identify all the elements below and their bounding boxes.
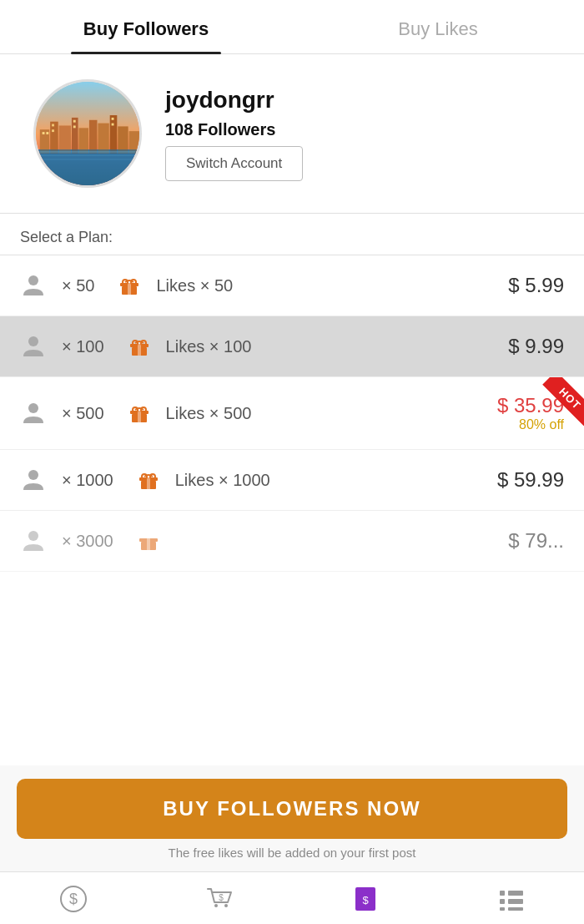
plan-500-likes: Likes × 500 — [166, 404, 252, 423]
svg-rect-22 — [40, 155, 135, 156]
svg-rect-64 — [508, 907, 523, 911]
gift-icon-50 — [118, 274, 141, 297]
buy-followers-button[interactable]: BUY FOLLOWERS NOW — [17, 779, 567, 839]
hot-badge — [526, 377, 584, 436]
plan-row-500[interactable]: × 500 Likes × 500 $ 35.99 80% off — [0, 377, 584, 450]
svg-rect-15 — [52, 129, 54, 132]
svg-text:$: $ — [362, 894, 369, 906]
plan-3000-price: $ 79... — [508, 529, 564, 553]
svg-rect-62 — [508, 899, 523, 904]
plan-50-likes: Likes × 50 — [156, 276, 233, 295]
bottom-nav: $ $ $ — [0, 871, 584, 924]
svg-point-48 — [28, 531, 38, 541]
tab-buy-followers[interactable]: Buy Followers — [0, 0, 292, 53]
svg-point-30 — [28, 336, 38, 346]
plan-50-price: $ 5.99 — [508, 274, 564, 297]
followers-count: 108 Followers — [165, 120, 303, 139]
tab-bar: Buy Followers Buy Likes — [0, 0, 584, 54]
plan-1000-price: $ 59.99 — [497, 468, 564, 492]
plan-row-100[interactable]: × 100 Likes × 100 $ 9.99 — [0, 316, 584, 377]
plan-500-count: × 500 — [62, 404, 104, 423]
svg-rect-21 — [40, 151, 135, 153]
plan-100-price: $ 9.99 — [508, 335, 564, 358]
nav-item-cart[interactable]: $ — [146, 872, 292, 924]
svg-rect-8 — [98, 124, 108, 154]
switch-account-button[interactable]: Switch Account — [165, 146, 303, 181]
gift-icon-100 — [128, 335, 151, 358]
svg-rect-23 — [40, 159, 135, 160]
gift-icon-500 — [128, 401, 151, 425]
svg-rect-7 — [89, 120, 98, 154]
person-icon-1000 — [20, 467, 47, 493]
plan-100-count: × 100 — [62, 337, 104, 356]
list-icon — [496, 884, 526, 914]
svg-rect-59 — [500, 891, 505, 896]
plan-1000-likes: Likes × 1000 — [175, 471, 270, 490]
plan-100-likes: Likes × 100 — [166, 337, 252, 356]
svg-rect-61 — [500, 899, 505, 904]
plan-3000-count: × 3000 — [62, 532, 113, 551]
svg-rect-14 — [52, 124, 54, 127]
tab-buy-likes[interactable]: Buy Likes — [292, 0, 584, 53]
svg-text:$: $ — [68, 891, 77, 907]
username: joydongrr — [165, 87, 303, 114]
svg-point-24 — [28, 275, 38, 285]
svg-rect-18 — [112, 118, 114, 120]
person-icon-50 — [20, 272, 47, 299]
svg-rect-16 — [73, 120, 76, 123]
plan-row-3000[interactable]: × 3000 $ 79... — [0, 511, 584, 572]
svg-rect-5 — [72, 118, 78, 154]
svg-rect-4 — [59, 125, 71, 153]
plan-1000-count: × 1000 — [62, 471, 113, 490]
svg-point-54 — [214, 904, 218, 907]
svg-point-42 — [28, 470, 38, 480]
svg-rect-10 — [118, 126, 128, 153]
dollar-circle-icon: $ — [58, 884, 88, 914]
person-icon-500 — [20, 400, 47, 427]
svg-rect-12 — [43, 132, 45, 134]
plan-row-50[interactable]: × 50 Likes × 50 $ 5.99 — [0, 255, 584, 316]
gift-icon-3000 — [137, 529, 160, 553]
svg-rect-17 — [73, 125, 76, 128]
profile-section: joydongrr 108 Followers Switch Account — [0, 54, 584, 213]
plan-50-count: × 50 — [62, 276, 94, 295]
svg-point-36 — [28, 403, 38, 413]
cart-icon: $ — [204, 884, 234, 914]
nav-item-buy[interactable]: $ — [0, 872, 146, 924]
nav-item-orders[interactable]: $ — [292, 872, 438, 924]
svg-text:$: $ — [219, 893, 224, 902]
plan-label: Select a Plan: — [0, 214, 584, 255]
svg-rect-60 — [508, 891, 523, 896]
avatar — [33, 79, 142, 188]
svg-point-55 — [224, 904, 228, 907]
person-icon-3000 — [20, 528, 47, 554]
svg-rect-51 — [147, 535, 150, 550]
avatar-image — [36, 82, 139, 185]
plan-row-1000[interactable]: × 1000 Likes × 1000 $ 59.99 — [0, 450, 584, 511]
svg-rect-13 — [46, 132, 48, 134]
gift-icon-1000 — [137, 468, 160, 492]
svg-rect-3 — [50, 122, 58, 154]
free-likes-note: The free likes will be added on your fir… — [0, 846, 584, 871]
svg-rect-19 — [112, 124, 114, 126]
svg-rect-9 — [110, 115, 118, 154]
svg-rect-20 — [36, 149, 139, 185]
bottom-section: BUY FOLLOWERS NOW The free likes will be… — [0, 765, 584, 924]
profile-info: joydongrr 108 Followers Switch Account — [165, 87, 303, 181]
person-icon-100 — [20, 333, 47, 360]
order-icon: $ — [350, 884, 380, 914]
nav-item-more[interactable] — [438, 872, 584, 924]
svg-rect-63 — [500, 907, 505, 911]
